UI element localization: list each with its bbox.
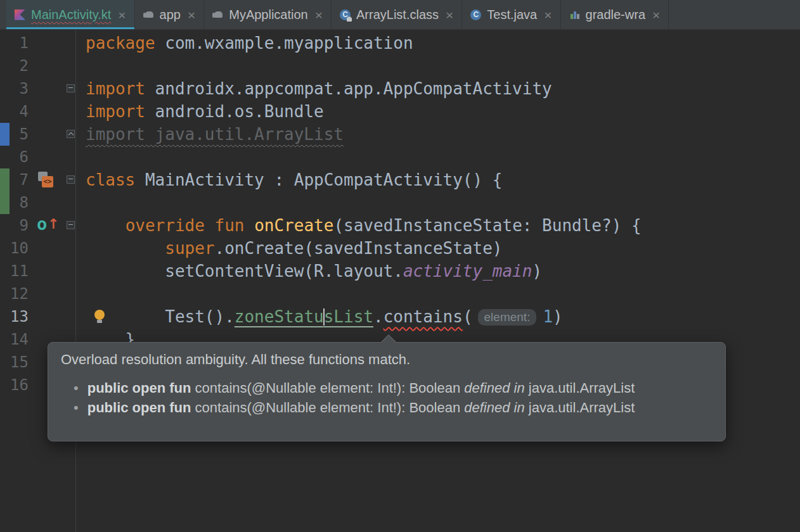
gutter-line: 3 bbox=[0, 77, 75, 100]
inlay-hint[interactable]: element: bbox=[478, 309, 537, 326]
tab-label: MainActivity.kt bbox=[31, 8, 111, 22]
line-number: 7 bbox=[20, 168, 29, 191]
token-plain: . bbox=[373, 307, 384, 326]
token-ref: zoneStatu bbox=[235, 307, 324, 326]
tab-close-icon[interactable]: × bbox=[544, 8, 552, 22]
code-line[interactable]: import android.os.Bundle bbox=[77, 100, 800, 123]
token-plain bbox=[86, 216, 126, 235]
tab-label: ArrayList.class bbox=[356, 8, 439, 22]
gutter-line: 8 bbox=[0, 191, 75, 214]
line-number: 15 bbox=[10, 351, 29, 374]
line-number: 6 bbox=[20, 146, 29, 168]
tooltip-title: Overload resolution ambiguity. All these… bbox=[61, 352, 713, 368]
editor-tab-app[interactable]: app× bbox=[135, 0, 205, 29]
gradle-properties-icon bbox=[569, 10, 580, 20]
tooltip-arrow-icon bbox=[380, 334, 397, 343]
tab-close-icon[interactable]: × bbox=[188, 8, 195, 22]
token-plain: MainActivity : AppCompatActivity() { bbox=[135, 170, 502, 189]
code-line[interactable]: import java.util.ArrayList bbox=[77, 123, 800, 146]
token-kw: package bbox=[86, 34, 155, 53]
signature-body: contains(@Nullable element: Int!): Boole… bbox=[191, 400, 464, 415]
code-line[interactable] bbox=[77, 282, 800, 305]
fold-marker-icon[interactable] bbox=[67, 175, 75, 184]
fold-marker-icon[interactable] bbox=[67, 84, 75, 92]
code-line[interactable] bbox=[77, 191, 800, 214]
fold-marker-icon[interactable] bbox=[67, 221, 75, 229]
gutter-line: 9 bbox=[0, 214, 75, 237]
gutter-line: 4 bbox=[0, 100, 75, 123]
token-ref: sList bbox=[324, 307, 373, 326]
tab-close-icon[interactable]: × bbox=[315, 8, 323, 22]
token-kw: super bbox=[165, 239, 214, 258]
gradle-module-icon bbox=[143, 10, 154, 20]
token-plain bbox=[86, 239, 165, 258]
code-line[interactable]: package com.wxample.myapplication bbox=[77, 32, 800, 54]
signature-defined-in: defined in bbox=[464, 400, 524, 415]
line-number: 14 bbox=[10, 328, 29, 351]
tab-close-icon[interactable]: × bbox=[118, 8, 126, 22]
tooltip-signature-list: •public open fun contains(@Nullable elem… bbox=[61, 378, 713, 417]
token-plain: Test(). bbox=[86, 307, 235, 326]
intention-bulb-icon[interactable] bbox=[93, 310, 106, 324]
line-number: 2 bbox=[20, 54, 29, 77]
line-number: 5 bbox=[20, 123, 29, 146]
editor-tab-test-java[interactable]: Test.java× bbox=[462, 0, 560, 29]
line-number: 10 bbox=[10, 237, 29, 260]
layout-resource-icon[interactable] bbox=[37, 171, 56, 189]
error-tooltip: Overload resolution ambiguity. All these… bbox=[48, 342, 726, 441]
line-number: 1 bbox=[20, 32, 29, 54]
code-line[interactable]: Test().zoneStatusList.contains(element:1… bbox=[77, 305, 800, 328]
line-number: 3 bbox=[20, 77, 29, 100]
signature-defined-in: defined in bbox=[464, 380, 524, 396]
tooltip-function-signature: •public open fun contains(@Nullable elem… bbox=[61, 398, 713, 417]
token-plain: androidx.appcompat.app.AppCompatActivity bbox=[145, 79, 552, 98]
line-number: 16 bbox=[10, 374, 29, 396]
line-number: 11 bbox=[10, 260, 29, 282]
signature-class: java.util.ArrayList bbox=[525, 400, 635, 415]
editor-tab-bar: MainActivity.kt×app×MyApplication×ArrayL… bbox=[0, 0, 800, 30]
tab-close-icon[interactable]: × bbox=[446, 8, 453, 22]
ide-window: MainActivity.kt×app×MyApplication×ArrayL… bbox=[0, 0, 800, 532]
gutter-line: 10 bbox=[0, 237, 75, 260]
signature-class: java.util.ArrayList bbox=[525, 380, 635, 396]
token-dim: import java.util.ArrayList bbox=[86, 125, 344, 144]
token-plain bbox=[205, 216, 215, 235]
code-line[interactable] bbox=[77, 54, 800, 77]
line-number: 4 bbox=[20, 100, 29, 123]
code-area[interactable]: package com.wxample.myapplicationimport … bbox=[77, 30, 800, 532]
code-line[interactable]: setContentView(R.layout.activity_main) bbox=[77, 260, 800, 282]
token-kw: fun bbox=[215, 216, 245, 235]
token-plain: com.wxample.myapplication bbox=[155, 34, 413, 53]
editor-tab-gradle-wra[interactable]: gradle-wra× bbox=[561, 0, 669, 29]
token-plain: android.os.Bundle bbox=[145, 102, 324, 121]
java-class-readonly-icon bbox=[340, 10, 351, 20]
line-number: 8 bbox=[20, 191, 29, 214]
code-line[interactable]: class MainActivity : AppCompatActivity()… bbox=[77, 168, 800, 191]
gutter-line: 1 bbox=[0, 32, 75, 54]
editor-tab-arraylist-class[interactable]: ArrayList.class× bbox=[332, 0, 462, 29]
tab-label: gradle-wra bbox=[586, 8, 645, 22]
fold-marker-icon[interactable] bbox=[67, 130, 75, 138]
gutter-line: 12 bbox=[0, 282, 75, 305]
code-line[interactable]: import androidx.appcompat.app.AppCompatA… bbox=[77, 77, 800, 100]
gutter-line: 13 bbox=[0, 305, 75, 328]
tab-close-icon[interactable]: × bbox=[652, 8, 660, 22]
token-fn: onCreate bbox=[254, 216, 333, 235]
signature-modifiers: public open fun bbox=[87, 400, 191, 415]
editor-tab-myapplication[interactable]: MyApplication× bbox=[204, 0, 332, 29]
signature-modifiers: public open fun bbox=[87, 380, 191, 396]
gutter-line: 6 bbox=[0, 146, 75, 168]
token-plain bbox=[244, 216, 254, 235]
java-class-icon bbox=[470, 10, 481, 20]
editor-tab-mainactivity-kt[interactable]: MainActivity.kt× bbox=[6, 0, 135, 29]
code-line[interactable]: override fun onCreate(savedInstanceState… bbox=[77, 214, 800, 237]
gutter-line: 2 bbox=[0, 54, 75, 77]
code-line[interactable]: super.onCreate(savedInstanceState) bbox=[77, 237, 800, 260]
override-method-icon[interactable] bbox=[37, 217, 56, 234]
bullet-icon: • bbox=[74, 400, 79, 415]
gradle-module-icon bbox=[212, 10, 223, 20]
code-line[interactable] bbox=[77, 146, 800, 168]
token-plain: setContentView(R.layout. bbox=[86, 262, 403, 281]
vcs-change-marker bbox=[0, 191, 10, 214]
token-num: 1 bbox=[543, 307, 553, 326]
